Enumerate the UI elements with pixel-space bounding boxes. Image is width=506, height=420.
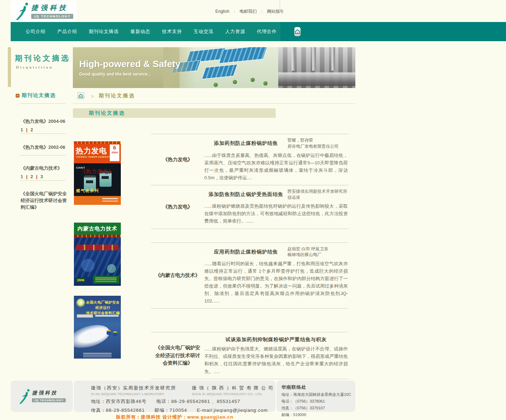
pipe	[278, 72, 355, 86]
copyright-notice[interactable]: 版权所有：接强科技 设计维护：www.guangjiao.cn	[74, 414, 275, 420]
sidebar-accent-bar	[8, 47, 11, 87]
breadcrumb[interactable]: 期刊论文摘选	[99, 93, 135, 99]
article-list: 《热力发电》 添加药剂防止煤粉锅炉结焦 菅耀，郭存荣 府谷电厂发电有限责任公司 …	[151, 134, 349, 379]
article-row: 《内蒙古电力技术》 应用药剂防止煤粉锅炉结焦 赵崇宏 白羽 呼延卫东 榆林地区横…	[151, 243, 349, 309]
header-divider-line	[280, 0, 280, 10]
breadcrumb-rule	[73, 103, 355, 104]
article-title[interactable]: 添加药剂防止煤粉锅炉结焦	[204, 137, 287, 147]
home-button[interactable]	[294, 27, 301, 36]
steam-jet-image	[74, 321, 112, 353]
banner-title: High-powered & Safety	[79, 59, 181, 70]
tree	[263, 81, 268, 86]
cover-masthead: 内蒙古电力技术	[77, 225, 117, 232]
header-link-site-guide[interactable]: 网站指引	[267, 9, 284, 15]
header-link-separator: ：	[260, 9, 264, 14]
south-office-address: 地址：珠海吉大园林路金景商业大厦10C	[281, 392, 350, 397]
nav-item-interaction[interactable]: 互动交流	[194, 28, 214, 35]
footer-logo-box: 捷强科技 JQ TECHNOLOGY	[11, 381, 73, 412]
cover-masthead: 热力发电	[76, 146, 107, 156]
author-line: 榆林地区横山电厂	[287, 252, 348, 258]
hero-banner: High-powered & Safety Good quality and t…	[73, 47, 355, 88]
article-abstract: ......随着运行时间的延长，结焦越来越严重，打焦和用压缩空气吹灰亦难以维持正…	[204, 260, 348, 305]
cover-title: 全国火电厂锅炉安全经济运行 技术研讨会资料汇编	[86, 300, 120, 316]
page-link-2[interactable]: 2	[31, 127, 33, 132]
nav-item-hr[interactable]: 人力资源	[225, 28, 245, 35]
pipe	[292, 47, 295, 71]
site-logo[interactable]: 捷强科技 JQ TECHNOLOGY	[11, 1, 76, 21]
cover-slogan-band	[76, 245, 119, 250]
page-link-1[interactable]: 1	[21, 174, 23, 179]
company-2-name: 捷 强（ 陕 西 ）科 贸 有 限 公 司	[192, 385, 274, 391]
tree	[233, 80, 237, 84]
south-office-title: 华南联络处	[281, 384, 350, 391]
article-title[interactable]: 试谈添加药剂抑制煤粉锅炉严重结焦与积灰	[204, 335, 348, 343]
section-header: 期刊论文摘选	[73, 108, 276, 118]
article-group-1: 《热力发电》 添加药剂防止煤粉锅炉结焦 菅耀，郭存荣 府谷电厂发电有限责任公司 …	[151, 134, 349, 229]
article-row: 《热力发电》 添加防焦剂防止锅炉受热面结焦 西安捷强实用新技术开发研究所 徐远浚…	[151, 185, 349, 229]
proceedings-cover: 全国火电厂锅炉安全经济运行 技术研讨会资料汇编	[74, 296, 121, 359]
page-link-2[interactable]: 2	[31, 174, 33, 179]
article-title[interactable]: 应用药剂防止煤粉锅炉结焦	[204, 246, 287, 255]
sidebar-pager: 1 | 2	[21, 127, 33, 132]
journal-cover-rlfd: 热力发电 THERMAL POWER GENERATION 6 2004 CHN…	[74, 141, 121, 205]
page-link-1[interactable]: 1	[21, 127, 23, 132]
footer-contact-box: 捷强（西安）实用新技术开发研究所 XI AN JIEQIANG TECHNOLO…	[74, 381, 275, 412]
logo-text-cn: 捷强科技	[31, 3, 73, 12]
article-group-2: 《内蒙古电力技术》 应用药剂防止煤粉锅炉结焦 赵崇宏 白羽 呼延卫东 榆林地区横…	[151, 242, 349, 309]
article-authors: 菅耀，郭存荣 府谷电厂发电有限责任公司	[287, 137, 348, 149]
breadcrumb-separator: ＞	[90, 93, 95, 99]
article-journal: 《热力发电》	[151, 185, 204, 229]
sidebar-divider	[20, 180, 66, 181]
cover-chip	[77, 314, 93, 318]
emblem-icon	[76, 299, 85, 307]
author-line: 西安捷强实用新技术开发研究所	[287, 189, 347, 194]
factory-roof	[219, 47, 268, 64]
cover-text-line	[95, 315, 119, 317]
company-2: 捷 强（ 陕 西 ）科 贸 有 限 公 司 SHAN XI JIEQIANG T…	[192, 385, 274, 396]
sidebar-pager: 1 | 2 | 3	[21, 174, 43, 179]
cover-header: 内蒙古电力技术	[74, 223, 121, 235]
footer-phone: 电话：86-29-85542661 、85531457	[156, 399, 240, 404]
header-link-email-us[interactable]: 电邮我们	[239, 9, 257, 15]
sidebar-divider	[20, 155, 66, 156]
home-icon	[295, 29, 300, 34]
factory-roof	[201, 64, 237, 80]
sidebar-item-nmgdljs[interactable]: 《内蒙古电力技术》	[21, 165, 67, 172]
nav-item-news[interactable]: 最新动态	[130, 28, 150, 35]
home-icon	[79, 93, 83, 98]
footer-logo-cn: 捷强科技	[32, 390, 65, 396]
nav-item-company[interactable]: 公司介绍	[26, 28, 45, 35]
sidebar-item-rlfd-2004[interactable]: 《热力发电》2004-06	[21, 118, 67, 125]
sidebar-item-proceedings[interactable]: 《全国火电厂锅炉安全经济运行技术研讨会资料汇编》	[21, 191, 67, 211]
article-title[interactable]: 添加防焦剂防止锅炉受热面结焦	[204, 188, 287, 198]
page-separator: |	[26, 127, 27, 132]
logo-swoosh-icon	[18, 388, 31, 404]
issue-year: 2004	[110, 151, 119, 154]
arrow-bullet-icon: »	[16, 94, 20, 98]
sidebar-subtitle: Disquisition	[16, 65, 53, 69]
south-office-zip: 邮编：519000	[281, 412, 350, 418]
nav-item-journal-abstracts[interactable]: 期刊论文摘选	[89, 28, 119, 35]
company-1-name-en: XI AN JIEQIANG TECHNOLOGY LABORATORY	[91, 392, 176, 396]
author-line: 府谷电厂发电有限责任公司	[287, 143, 348, 149]
footer-south-office-box: 华南联络处 地址：珠海吉大园林路金景商业大厦10C 电话：（0756）33780…	[276, 381, 355, 412]
article-authors: 赵崇宏 白羽 呼延卫东 榆林地区横山电厂	[287, 246, 348, 258]
sidebar-item-rlfd-2002[interactable]: 《热力发电》2002-06	[21, 144, 67, 151]
nav-item-agency[interactable]: 代理合作	[257, 28, 277, 35]
sidebar-title: 期刊论文摘选	[15, 53, 70, 63]
nav-item-tech-support[interactable]: 技术支持	[162, 28, 182, 35]
tree	[214, 83, 218, 87]
pipe	[332, 47, 335, 71]
footer-email[interactable]: E-mail:jieqiang@jieqiang.com	[197, 408, 268, 413]
header-link-english[interactable]: English	[215, 9, 229, 14]
article-abstract: ......由于煤质含炭量高、热值高、灰熔点低，在锅炉运行中极易结焦，采用蒸汽、…	[204, 152, 348, 181]
page-link-3[interactable]: 3	[41, 174, 43, 179]
footer-address: 地址：西安市西影路46号	[91, 399, 146, 404]
nav-item-products[interactable]: 产品介绍	[57, 28, 77, 35]
company-1-name: 捷强（西安）实用新技术开发研究所	[91, 385, 176, 391]
breadcrumb-home-button[interactable]	[77, 92, 84, 99]
cover-title-line1: 全国火电厂锅炉安全经济运行	[86, 300, 120, 310]
sidebar-menu-item[interactable]: » 期刊论文摘选	[16, 92, 56, 99]
cover-footer	[74, 196, 121, 205]
banner-subtitle: Good quality and the best service...	[79, 72, 181, 77]
